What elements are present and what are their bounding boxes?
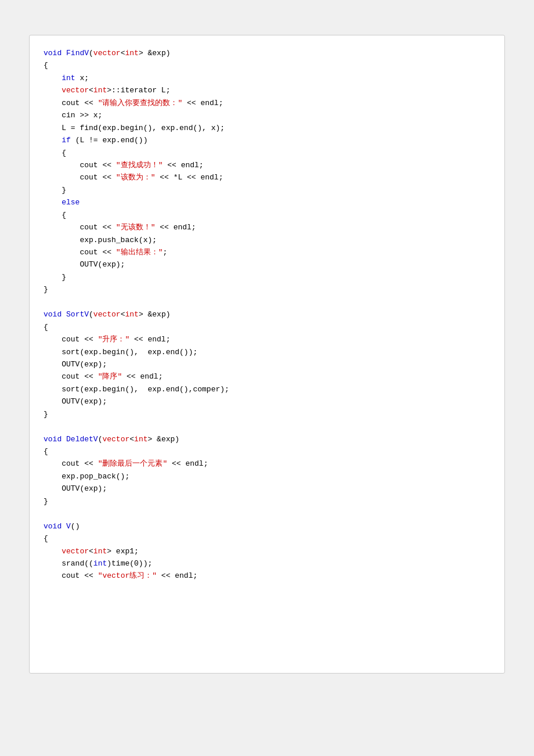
code-content: void FindV(vector<int> &exp) { int x; ve… [44, 47, 490, 582]
code-window: void FindV(vector<int> &exp) { int x; ve… [29, 35, 505, 674]
